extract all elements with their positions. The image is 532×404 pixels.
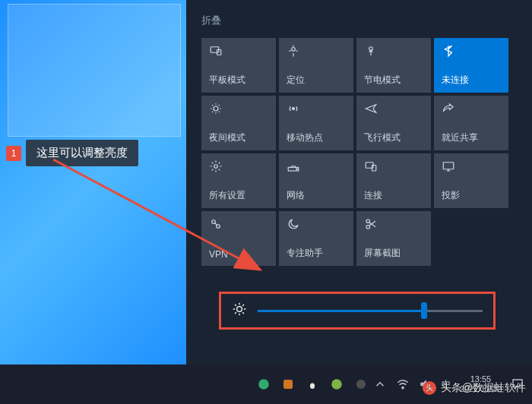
tile-label: 所有设置: [209, 189, 268, 202]
tile-project[interactable]: 投影: [434, 153, 508, 208]
svg-point-31: [331, 379, 342, 390]
moon-icon: [287, 217, 346, 231]
tile-connect[interactable]: 连接: [356, 153, 431, 208]
vpn-icon: [209, 217, 268, 231]
tray-icon-1[interactable]: [257, 377, 271, 391]
quick-action-tiles: 平板模式定位节电模式未连接夜间模式移动热点飞行模式就近共享所有设置网络连接投影V…: [201, 38, 517, 266]
desktop-background: [0, 0, 186, 365]
wifi-icon[interactable]: [396, 377, 410, 391]
location-icon: [287, 44, 346, 58]
svg-rect-11: [443, 163, 454, 169]
tile-airplane[interactable]: 飞行模式: [356, 96, 431, 150]
battery-icon: [364, 44, 423, 58]
brightness-icon: [232, 301, 247, 320]
svg-point-8: [296, 169, 298, 170]
svg-rect-28: [283, 380, 293, 389]
tile-night[interactable]: 夜间模式: [201, 96, 276, 150]
tile-label: VPN: [209, 249, 268, 260]
connect-icon: [364, 159, 423, 173]
tile-location[interactable]: 定位: [279, 38, 353, 93]
tile-vpn[interactable]: VPN: [201, 211, 276, 266]
network-icon: [287, 159, 346, 173]
brightness-control-highlight: [219, 292, 496, 330]
svg-point-2: [292, 48, 296, 52]
svg-point-30: [310, 383, 315, 390]
svg-point-33: [402, 387, 404, 388]
tile-label: 移动热点: [287, 131, 346, 144]
tile-hotspot[interactable]: 移动热点: [279, 96, 353, 150]
tile-label: 专注助手: [287, 247, 346, 260]
slider-thumb[interactable]: [421, 302, 427, 319]
tile-share[interactable]: 就近共享: [434, 96, 508, 150]
tile-label: 节电模式: [364, 74, 423, 87]
airplane-icon: [364, 102, 423, 115]
svg-line-22: [242, 312, 244, 314]
svg-point-16: [237, 307, 242, 312]
watermark-badge: 头: [423, 381, 436, 395]
tile-moon[interactable]: 专注助手: [279, 211, 353, 266]
tile-label: 网络: [287, 189, 346, 202]
snip-icon: [364, 217, 423, 231]
snap-hint: [8, 4, 181, 137]
watermark-text: 头条@数据蛙软件: [441, 381, 526, 395]
tile-label: 连接: [364, 189, 423, 202]
svg-point-5: [293, 108, 295, 110]
callout-number: 1: [6, 146, 21, 161]
night-icon: [209, 102, 268, 115]
svg-point-32: [356, 380, 366, 389]
tile-label: 未连接: [442, 74, 501, 87]
tile-battery[interactable]: 节电模式: [356, 38, 431, 93]
tray-icon-2[interactable]: [281, 377, 295, 391]
tile-tablet[interactable]: 平板模式: [201, 38, 276, 93]
callout-text: 这里可以调整亮度: [26, 140, 138, 166]
tile-label: 平板模式: [209, 74, 268, 87]
tile-snip[interactable]: 屏幕截图: [356, 211, 431, 266]
tile-bluetooth[interactable]: 未连接: [434, 38, 508, 93]
tablet-icon: [209, 44, 268, 58]
tile-label: 就近共享: [442, 131, 501, 144]
brightness-slider[interactable]: [258, 310, 483, 312]
hotspot-icon: [287, 102, 346, 115]
tile-label: 屏幕截图: [364, 247, 423, 260]
annotation-callout: 1 这里可以调整亮度: [6, 140, 138, 166]
tray-icon-penguin[interactable]: [306, 377, 319, 391]
svg-line-23: [235, 312, 236, 314]
svg-point-4: [214, 106, 218, 111]
chevron-up-icon[interactable]: [373, 377, 387, 391]
svg-point-6: [214, 165, 218, 169]
bluetooth-icon: [442, 44, 501, 58]
tile-network[interactable]: 网络: [279, 153, 353, 208]
svg-point-27: [258, 379, 269, 390]
tile-label: 投影: [442, 189, 501, 202]
settings-icon: [209, 159, 268, 173]
project-icon: [442, 159, 501, 173]
collapse-button[interactable]: 折叠: [201, 14, 517, 27]
share-icon: [442, 102, 501, 115]
svg-line-21: [235, 305, 236, 306]
tray-icon-5[interactable]: [354, 377, 368, 391]
svg-line-24: [242, 305, 244, 306]
taskbar-tray-icons: [0, 377, 368, 391]
tile-settings[interactable]: 所有设置: [201, 153, 276, 208]
tile-label: 定位: [287, 74, 346, 87]
tile-label: 夜间模式: [209, 131, 268, 144]
tile-label: 飞行模式: [364, 131, 423, 144]
watermark: 头 头条@数据蛙软件: [423, 381, 526, 395]
tray-icon-4[interactable]: [330, 377, 344, 391]
slider-fill: [258, 310, 424, 312]
